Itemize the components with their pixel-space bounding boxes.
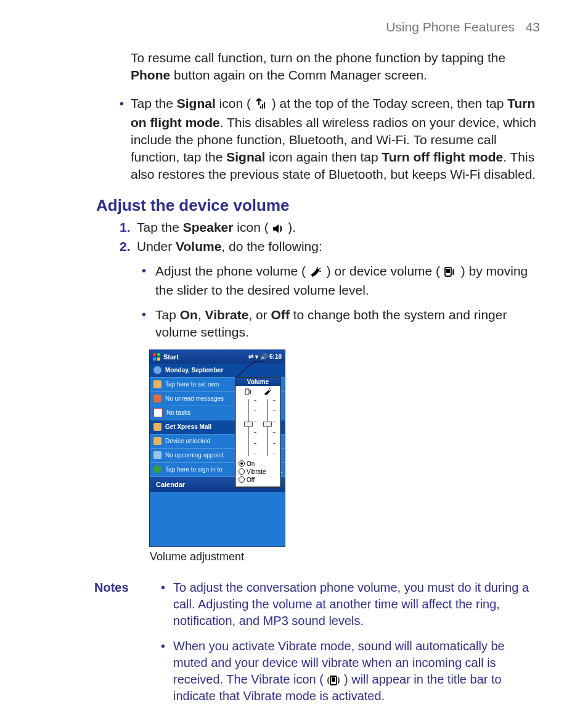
bullet-dot: • xyxy=(120,95,131,183)
text: button again on the Comm Manager screen. xyxy=(170,68,427,82)
phone-volume-icon xyxy=(264,388,271,397)
row-text: Device unlocked xyxy=(165,438,210,444)
svg-rect-1 xyxy=(262,104,263,108)
popup-title: Volume xyxy=(235,378,280,386)
text: , do the following: xyxy=(221,239,322,253)
sub-bullet-a: • Adjust the phone volume ( ) or device … xyxy=(142,263,540,299)
phone-volume-slider[interactable] xyxy=(261,398,274,457)
bold: Signal xyxy=(177,96,216,110)
phone-volume-icon xyxy=(309,264,323,282)
signal-icon xyxy=(255,97,268,114)
text: Under xyxy=(137,239,176,253)
row-text: Tap here to sign in to xyxy=(165,466,223,473)
svg-rect-0 xyxy=(260,106,261,108)
text: ) at the top of the Today screen, then t… xyxy=(272,96,508,110)
label: Off xyxy=(247,476,255,484)
bullet-dot: • xyxy=(142,306,155,341)
svg-rect-2 xyxy=(264,102,265,108)
text: , or xyxy=(248,308,271,322)
speaker-icon xyxy=(272,221,285,238)
calendar-icon xyxy=(153,451,161,459)
text: icon ( xyxy=(233,220,272,234)
speaker-icon[interactable]: 🔊 xyxy=(260,353,267,360)
sub-bullet-b: • Tap On, Vibrate, or Off to change both… xyxy=(142,306,540,341)
row-text: Get Xpress Mail xyxy=(165,423,211,430)
bold: Phone xyxy=(131,68,170,82)
windows-flag-icon xyxy=(153,353,160,361)
device-titlebar: Start ⇄ ▾ 🔊 6:18 xyxy=(150,350,285,364)
radio-vibrate[interactable]: Vibrate xyxy=(239,468,277,476)
page-header: Using Phone Features 43 xyxy=(48,20,540,35)
softkey-calendar[interactable]: Calendar xyxy=(156,481,185,488)
mail-icon xyxy=(153,394,161,402)
note-1: • To adjust the conversation phone volum… xyxy=(161,579,540,629)
bold: Volume xyxy=(176,239,221,253)
tasks-icon xyxy=(153,408,163,417)
note-2: • When you activate Vibrate mode, sound … xyxy=(161,638,540,705)
note-text: To adjust the conversation phone volume,… xyxy=(173,579,540,629)
text: , xyxy=(198,308,205,322)
section-title: Using Phone Features xyxy=(386,20,515,34)
radio-on[interactable]: On xyxy=(239,460,277,468)
notes-block: Notes • To adjust the conversation phone… xyxy=(48,579,540,713)
text: Tap the xyxy=(137,220,183,234)
signin-icon xyxy=(153,465,161,473)
step-1: 1. Tap the Speaker icon ( ). xyxy=(120,219,540,238)
sync-icon: ⇄ xyxy=(248,353,253,360)
device-volume-icon xyxy=(444,264,457,282)
device-volume-icon xyxy=(245,388,252,397)
bold: On xyxy=(180,308,198,322)
radio-off[interactable]: Off xyxy=(239,476,277,484)
bold: Off xyxy=(271,308,290,322)
step-2: 2. Under Volume, do the following: xyxy=(120,238,540,255)
bold: Signal xyxy=(226,150,265,164)
page-number: 43 xyxy=(526,20,540,34)
list-item[interactable]: Monday, September xyxy=(150,364,285,378)
owner-icon xyxy=(153,380,161,388)
bullet-dot: • xyxy=(161,638,173,705)
bullet-dot: • xyxy=(161,579,173,629)
bold: Turn off flight mode xyxy=(382,150,503,164)
svg-rect-4 xyxy=(446,269,450,273)
step-number: 1. xyxy=(120,219,137,238)
device-volume-slider[interactable] xyxy=(242,398,255,457)
step-number: 2. xyxy=(120,238,137,255)
svg-rect-5 xyxy=(245,389,249,394)
row-text: Monday, September xyxy=(165,367,223,374)
text: Tap the xyxy=(131,96,177,110)
lock-icon xyxy=(153,437,161,445)
clock-icon xyxy=(153,366,161,374)
section-heading: Adjust the device volume xyxy=(96,196,540,215)
device-screenshot: Start ⇄ ▾ 🔊 6:18 Monday, September Tap h… xyxy=(149,349,285,547)
notes-label: Notes xyxy=(94,579,161,713)
text: icon ( xyxy=(216,96,255,110)
label: On xyxy=(247,460,255,468)
clock: 6:18 xyxy=(269,353,282,360)
row-text: Tap here to set own xyxy=(165,381,219,388)
resume-paragraph: To resume call function, turn on the pho… xyxy=(131,49,540,84)
row-text: No upcoming appoint xyxy=(165,452,224,459)
start-label[interactable]: Start xyxy=(163,353,179,361)
xpress-icon xyxy=(153,423,161,431)
bullet-dot: • xyxy=(142,263,155,299)
flight-mode-bullet: • Tap the Signal icon ( ) at the top of … xyxy=(48,95,540,183)
text: Adjust the phone volume ( xyxy=(155,264,309,278)
label: Vibrate xyxy=(247,468,266,476)
text: icon again then tap xyxy=(265,150,382,164)
text: To resume call function, turn on the pho… xyxy=(131,51,505,65)
figure-caption: Volume adjustment xyxy=(150,550,540,563)
svg-rect-7 xyxy=(332,677,335,682)
volume-popup: Volume xyxy=(235,377,281,488)
bold: Vibrate xyxy=(205,308,249,322)
text: Tap xyxy=(155,308,180,322)
text: ) or device volume ( xyxy=(327,264,444,278)
row-text: No tasks xyxy=(166,409,190,416)
signal-icon[interactable]: ▾ xyxy=(255,353,258,360)
text: ). xyxy=(288,220,296,234)
bold: Speaker xyxy=(183,220,234,234)
vibrate-icon xyxy=(327,672,344,686)
row-text: No unread messages xyxy=(165,395,224,402)
